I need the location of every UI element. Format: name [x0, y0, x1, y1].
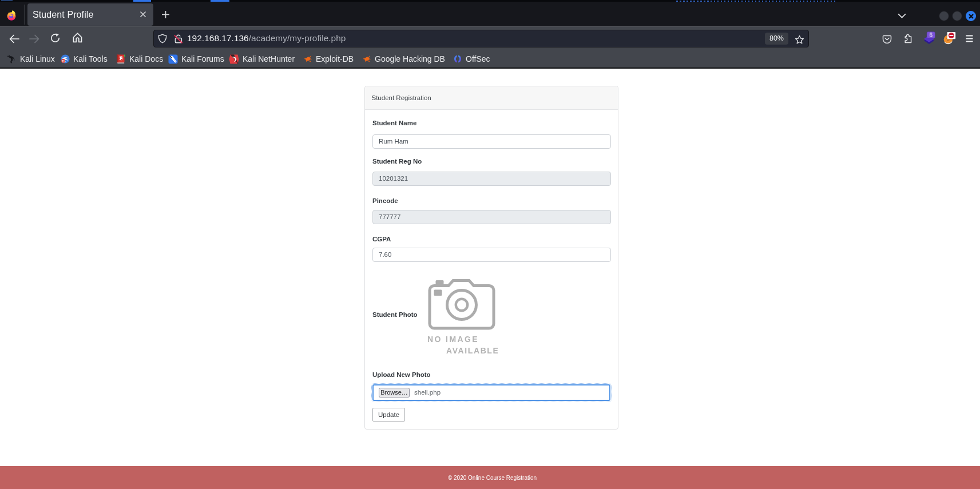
svg-text:NO IMAGE: NO IMAGE — [427, 335, 479, 344]
svg-text:11: 11 — [62, 60, 65, 63]
svg-text:AVAILABLE: AVAILABLE — [446, 346, 498, 355]
svg-text:6: 6 — [929, 32, 933, 38]
